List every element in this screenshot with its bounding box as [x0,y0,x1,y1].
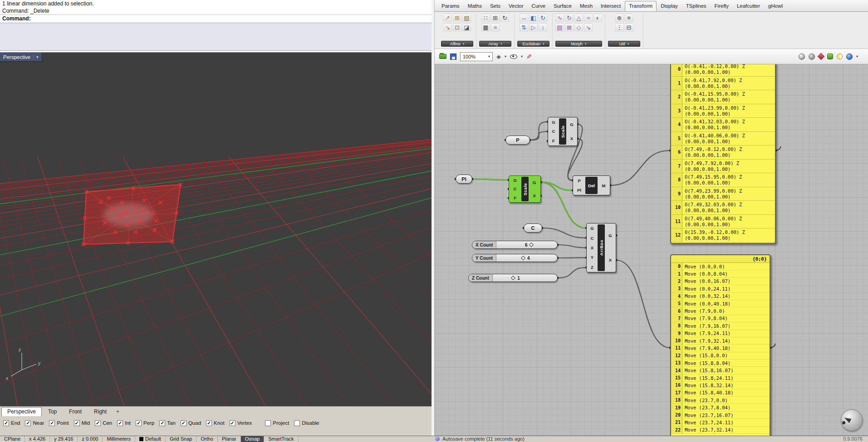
status-smarttrack[interactable]: SmartTrack [264,436,298,442]
mirror-icon[interactable]: ◧ [529,14,538,22]
status-x-4-426[interactable]: x 4.426 [25,436,50,442]
status-ortho[interactable]: Ortho [196,436,218,442]
osnap-checkbox-near[interactable]: ✓ [25,420,31,426]
rotate-icon[interactable]: ↻ [539,14,547,22]
gh-menu-mesh[interactable]: Mesh [576,1,597,11]
input-port-p[interactable]: P [578,178,580,183]
osnap-near[interactable]: ✓Near [25,420,44,426]
navigation-ball[interactable] [841,409,863,431]
zoom-extents-icon[interactable]: ◈ [496,53,501,60]
zoom-select[interactable]: 100% ▾ [460,52,493,61]
viewport-menu-arrow-icon[interactable]: ▾ [33,55,39,59]
preview-eye-button[interactable] [510,54,517,59]
slider-x-count[interactable]: X Count6 [472,241,558,249]
component-arrbox[interactable]: GCXYZArrBoxGX [586,223,616,272]
blue-sphere-icon[interactable] [846,53,853,60]
zoom-extents-dropdown-icon[interactable]: ▾ [505,54,506,58]
maelstrom-icon[interactable]: ◐ [593,14,602,22]
viewport-title-tab[interactable]: Perspective ▾ [0,53,42,62]
new-viewport-tab-button[interactable]: + [113,408,123,416]
display-dropdown-icon[interactable]: ▾ [856,54,858,58]
input-port-g[interactable]: G [552,120,555,125]
osnap-checkbox-project[interactable]: ✓ [265,420,271,426]
gh-menu-params[interactable]: Params [437,1,464,11]
slider-z-count[interactable]: Z Count1 [468,274,558,282]
osnap-knot[interactable]: ✓Knot [206,420,225,426]
gh-menu-surface[interactable]: Surface [549,1,576,11]
input-port-c[interactable]: C [591,236,594,241]
gh-menu-leafcutter[interactable]: Leafcutter [733,1,764,11]
toolbar-group-label-morph[interactable]: Morph▾ [555,41,602,47]
polar-array-icon[interactable]: ↻ [500,14,509,22]
toolbar-group-label-array[interactable]: Array▾ [479,41,511,47]
param-c[interactable]: C [524,223,542,233]
viewport-tab-right[interactable]: Right [88,407,113,416]
output-port-m[interactable]: M [602,183,606,188]
osnap-checkbox-tan[interactable]: ✓ [159,420,165,426]
input-port-c[interactable]: C [552,129,555,134]
data-panel-moves[interactable]: {0;0}0Move (0.0,0.0)1Move (0.0,8.04)2Mov… [670,254,770,436]
move-icon[interactable]: ↔ [520,14,528,22]
project-icon[interactable]: ⊡ [453,23,461,32]
osnap-checkbox-vertex[interactable]: ✓ [230,420,235,426]
input-port-g[interactable]: G [514,178,517,183]
osnap-checkbox-point[interactable]: ✓ [49,420,55,426]
output-port-x[interactable]: X [609,257,612,262]
shaded-sphere-icon[interactable] [799,53,805,60]
slider-y-count[interactable]: Y Count4 [472,254,558,262]
splop-icon[interactable]: ◇ [574,23,583,32]
output-port-g[interactable]: G [533,180,536,185]
viewport-tab-front[interactable]: Front [63,407,88,416]
rectangular-array-icon[interactable]: ⊞ [491,14,500,22]
selected-preview-icon[interactable] [827,53,833,59]
input-port-x[interactable]: X [591,245,593,250]
gh-menu-transform[interactable]: Transform [625,1,657,11]
toolbar-group-label-util[interactable]: Util▾ [608,41,640,47]
gh-menu-maths[interactable]: Maths [464,1,486,11]
move-to-plane-icon[interactable]: ↕ [539,23,547,32]
output-port-g[interactable]: G [570,122,573,127]
osnap-checkbox-end[interactable]: ✓ [3,420,9,426]
slider-track[interactable]: 1 [493,274,557,282]
scale-nu-icon[interactable]: ⊞ [453,14,461,22]
status-planar[interactable]: Planar [218,436,241,442]
linear-array-icon[interactable]: ∷ [481,14,490,22]
output-port-x[interactable]: X [570,136,573,141]
osnap-cen[interactable]: ✓Cen [95,420,112,426]
custom-preview-icon[interactable] [837,53,843,59]
osnap-checkbox-perp[interactable]: ✓ [136,420,142,426]
open-file-button[interactable] [439,54,446,59]
status-grid-snap[interactable]: Grid Snap [166,436,197,442]
osnap-mid[interactable]: ✓Mid [74,420,90,426]
input-port-y[interactable]: Y [591,255,593,260]
input-port-g[interactable]: G [590,226,593,231]
osnap-checkbox-knot[interactable]: ✓ [206,420,212,426]
status-millimeters[interactable]: Millimeters [103,436,135,442]
gem-icon[interactable] [818,53,825,60]
osnap-vertex[interactable]: ✓Vertex [230,420,252,426]
gh-menu-curve[interactable]: Curve [528,1,550,11]
status-osnap[interactable]: Osnap [241,436,264,442]
osnap-checkbox-mid[interactable]: ✓ [74,420,80,426]
osnap-checkbox-int[interactable]: ✓ [117,420,123,426]
toolbar-group-label-euclidean[interactable]: Euclidean▾ [517,41,549,47]
component-del[interactable]: PPlDelM [573,175,610,195]
status-cplane[interactable]: CPlane [0,436,25,442]
osnap-project[interactable]: ✓Project [265,420,289,426]
preview-dropdown-icon[interactable]: ▾ [521,54,523,58]
param-p[interactable]: P [505,136,530,145]
slider-track[interactable]: 4 [496,254,557,262]
osnap-checkbox-quad[interactable]: ✓ [181,420,186,426]
input-port-z[interactable]: Z [591,265,593,270]
orient-direction-icon[interactable]: ▷ [529,23,538,32]
gh-menu-firefly[interactable]: Firefly [711,1,733,11]
bend-icon[interactable]: ∿ [555,14,564,22]
shear-icon[interactable]: ▧ [462,14,471,22]
osnap-perp[interactable]: ✓Perp [136,420,154,426]
osnap-quad[interactable]: ✓Quad [181,420,201,426]
twist-icon[interactable]: ↻ [565,14,574,22]
simplify-icon[interactable]: ⊟ [625,23,633,32]
viewport-tab-top[interactable]: Top [42,407,63,416]
graft-icon[interactable]: ≡ [625,14,633,22]
gh-menu-intersect[interactable]: Intersect [597,1,625,11]
